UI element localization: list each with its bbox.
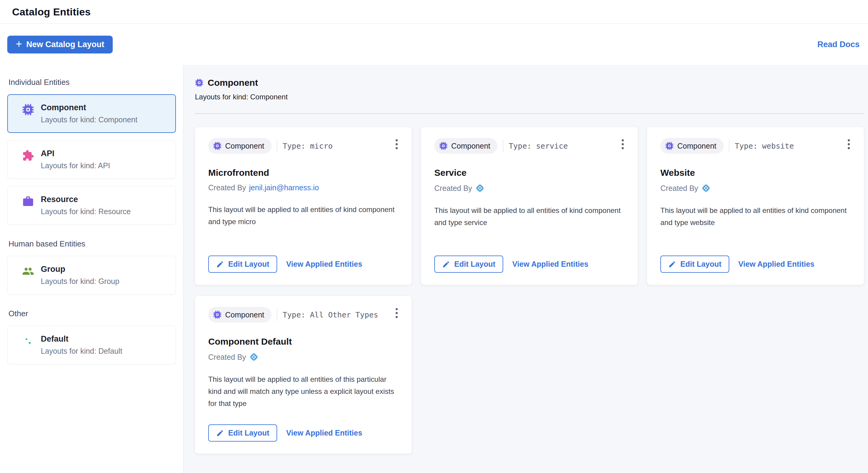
type-label: Type: service [509, 142, 568, 150]
main-subheading: Layouts for kind: Component [195, 93, 864, 101]
created-by-label: Created By [208, 183, 246, 192]
edit-layout-button[interactable]: Edit Layout [434, 256, 503, 273]
view-applied-entities-link[interactable]: View Applied Entities [286, 429, 362, 437]
sidebar-item-description: Layouts for kind: Group [41, 277, 119, 286]
kind-badge-label: Component [677, 142, 716, 150]
view-applied-entities-link[interactable]: View Applied Entities [512, 260, 588, 269]
kebab-menu-icon[interactable] [394, 306, 400, 320]
type-label: Type: website [735, 142, 794, 150]
layout-card: Component Type: website Website Created … [647, 127, 864, 285]
toolbar: + New Catalog Layout Read Docs [0, 24, 868, 65]
sidebar-item-description: Layouts for kind: Resource [41, 207, 130, 216]
card-header: Component Type: website [660, 138, 850, 154]
sidebar-item-name: API [41, 149, 110, 158]
layout-card: Component Type: All Other Types Componen… [195, 296, 412, 454]
edit-layout-button[interactable]: Edit Layout [660, 256, 729, 273]
new-catalog-layout-button[interactable]: + New Catalog Layout [7, 36, 113, 54]
card-header: Component Type: service [434, 138, 624, 154]
kebab-menu-icon[interactable] [620, 137, 626, 151]
read-docs-label: Read Docs [817, 40, 860, 49]
sidebar-item-description: Layouts for kind: API [41, 161, 110, 170]
harness-logo-icon [475, 183, 485, 193]
sidebar-item-component[interactable]: Component Layouts for kind: Component [7, 94, 176, 133]
kind-badge: Component [434, 138, 497, 154]
sidebar-item-name: Component [41, 103, 137, 112]
card-description: This layout will be applied to all entit… [208, 373, 398, 410]
sidebar-section: Human based Entities Group Layouts for k… [7, 239, 176, 295]
pencil-icon [216, 260, 224, 268]
puzzle-icon [22, 149, 34, 162]
sidebar-item-group[interactable]: Group Layouts for kind: Group [7, 256, 176, 295]
card-title: Microfrontend [208, 168, 398, 178]
kebab-menu-icon[interactable] [394, 137, 400, 151]
main-heading-row: Component [195, 78, 864, 88]
edit-layout-label: Edit Layout [680, 260, 721, 269]
chip-icon [665, 142, 674, 150]
sidebar-item-default[interactable]: Default Layouts for kind: Default [7, 326, 176, 364]
chip-icon [195, 78, 204, 87]
sidebar-section-items: Default Layouts for kind: Default [7, 326, 176, 364]
sidebar-item-api[interactable]: API Layouts for kind: API [7, 140, 176, 179]
layout-card: Component Type: micro Microfrontend Crea… [195, 127, 412, 285]
new-catalog-layout-label: New Catalog Layout [26, 40, 104, 49]
kind-badge: Component [208, 307, 271, 323]
sidebar-item-name: Resource [41, 195, 130, 204]
kind-badge-label: Component [451, 142, 490, 150]
plus-icon: + [16, 39, 22, 49]
sidebar: Individual Entities Component Layouts fo… [0, 65, 183, 473]
created-by-label: Created By [660, 184, 698, 193]
card-description: This layout will be applied to all entit… [434, 204, 624, 229]
layout-card: Component Type: service Service Created … [421, 127, 638, 285]
card-actions: Edit Layout View Applied Entities [660, 246, 850, 273]
card-header: Component Type: All Other Types [208, 307, 398, 323]
created-by-row: Created By [660, 183, 850, 193]
created-by-row: Created By [208, 352, 398, 362]
page-title: Catalog Entities [12, 6, 91, 18]
briefcase-icon [22, 195, 34, 207]
sidebar-item-description: Layouts for kind: Default [41, 347, 122, 356]
sidebar-section-items: Component Layouts for kind: Component AP… [7, 94, 176, 225]
chip-icon [213, 310, 221, 319]
pencil-icon [668, 260, 676, 268]
vertical-divider [729, 140, 729, 152]
people-icon [22, 265, 34, 277]
kind-badge: Component [660, 138, 723, 154]
content: Individual Entities Component Layouts fo… [0, 65, 868, 473]
edit-layout-label: Edit Layout [228, 260, 269, 269]
sidebar-item-name: Default [41, 334, 122, 344]
sidebar-item-resource[interactable]: Resource Layouts for kind: Resource [7, 186, 176, 225]
chip-icon [213, 142, 221, 150]
created-by-row: Created By jenil.jain@harness.io [208, 183, 398, 192]
created-by-label: Created By [208, 353, 246, 362]
edit-layout-button[interactable]: Edit Layout [208, 425, 277, 442]
card-actions: Edit Layout View Applied Entities [208, 415, 398, 442]
kind-badge-label: Component [225, 142, 264, 150]
harness-logo-icon [701, 183, 711, 193]
kebab-menu-icon[interactable] [846, 137, 852, 151]
kind-badge-label: Component [225, 310, 264, 319]
divider [195, 113, 864, 114]
type-label: Type: micro [283, 142, 333, 150]
sliders-icon [22, 335, 34, 347]
sidebar-section-items: Group Layouts for kind: Group [7, 256, 176, 295]
view-applied-entities-link[interactable]: View Applied Entities [286, 260, 362, 269]
edit-layout-label: Edit Layout [454, 260, 495, 269]
kind-badge: Component [208, 138, 271, 154]
created-by-user-link[interactable]: jenil.jain@harness.io [249, 183, 319, 192]
type-label: Type: All Other Types [283, 310, 378, 319]
page-header: Catalog Entities [0, 0, 868, 24]
read-docs-link[interactable]: Read Docs [803, 39, 860, 50]
chip-icon [439, 142, 447, 150]
card-description: This layout will be applied to all entit… [208, 204, 398, 228]
card-description: This layout will be applied to all entit… [660, 204, 850, 229]
card-title: Service [434, 168, 624, 178]
chip-icon [22, 104, 34, 116]
card-actions: Edit Layout View Applied Entities [434, 246, 624, 273]
sidebar-section: Individual Entities Component Layouts fo… [7, 78, 176, 225]
card-title: Component Default [208, 336, 398, 347]
edit-layout-button[interactable]: Edit Layout [208, 256, 277, 273]
sidebar-section-label: Individual Entities [8, 78, 176, 87]
created-by-row: Created By [434, 183, 624, 193]
card-actions: Edit Layout View Applied Entities [208, 246, 398, 273]
view-applied-entities-link[interactable]: View Applied Entities [738, 260, 814, 269]
